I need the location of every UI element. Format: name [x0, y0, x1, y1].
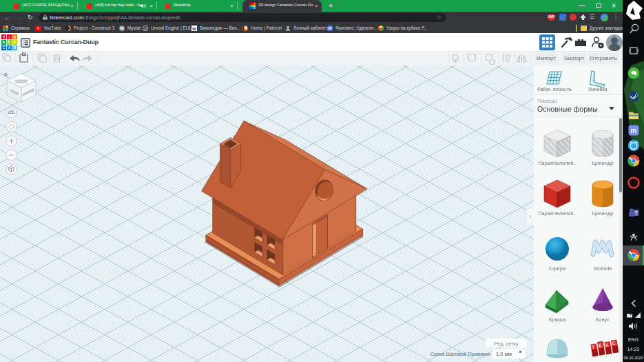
- svg-text:14:23: 14:23: [627, 347, 640, 352]
- svg-text:M: M: [121, 26, 124, 30]
- svg-text:Линейка: Линейка: [588, 87, 607, 92]
- svg-text:m: m: [630, 127, 636, 134]
- svg-text:Сетка Шаговой Привязки: Сетка Шаговой Привязки: [430, 351, 490, 357]
- svg-text:Рабоч. плоск-ть: Рабоч. плоск-ть: [537, 87, 572, 92]
- svg-text:С: С: [612, 341, 616, 346]
- svg-text:U: U: [144, 26, 147, 30]
- svg-text:ENG: ENG: [628, 337, 638, 342]
- svg-text:W: W: [328, 26, 332, 30]
- svg-text:W: W: [192, 26, 197, 30]
- svg-text:T: T: [634, 210, 637, 215]
- svg-text:1.0 мм: 1.0 мм: [496, 351, 512, 357]
- svg-text:09.10.2020: 09.10.2020: [623, 356, 643, 360]
- svg-text:Ред. сетку: Ред. сетку: [494, 341, 519, 347]
- svg-text:СВЕРХУ: СВЕРХУ: [15, 80, 28, 83]
